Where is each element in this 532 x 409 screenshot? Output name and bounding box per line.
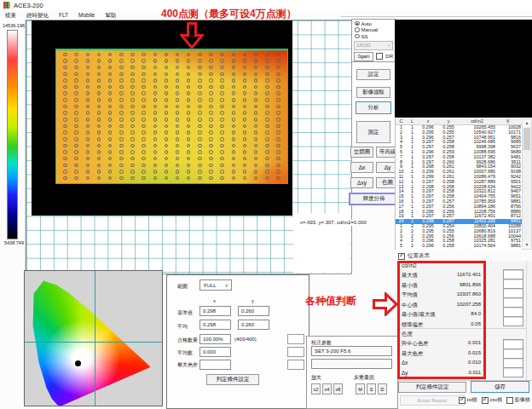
zoom-x4-button[interactable]: x4 xyxy=(322,383,332,395)
measure-point-marker xyxy=(86,137,90,141)
radio-icon[interactable] xyxy=(355,34,360,39)
measure-point-marker xyxy=(254,105,258,109)
measure-point-marker xyxy=(86,144,90,148)
measure-point-marker xyxy=(176,105,180,109)
zoom-x8-button[interactable]: x8 xyxy=(333,383,343,395)
average-x-field[interactable]: 0.298 xyxy=(200,320,231,330)
max-color-diff-field[interactable] xyxy=(200,360,231,370)
colorbar-max-label: 14536.196 xyxy=(3,23,25,28)
measurement-table[interactable]: CLxycd/m2K110.2960.25510265.45510028210.… xyxy=(395,118,523,250)
measure-point-marker xyxy=(86,98,90,102)
measure-point-marker xyxy=(165,53,169,57)
measure-point-marker xyxy=(97,59,101,63)
scroll-up-arrow[interactable]: ▲ xyxy=(523,119,531,127)
measure-point-marker xyxy=(165,130,169,135)
measure-point-marker xyxy=(243,91,247,95)
delta-x-button[interactable]: Δx xyxy=(350,162,373,173)
save-button[interactable]: 儲存 xyxy=(471,381,529,393)
menu-item[interactable]: 幫助 xyxy=(100,11,121,19)
maxdiff-criteria-box[interactable] xyxy=(287,360,304,370)
position-display-label: 位置表示 xyxy=(408,252,430,260)
delta-xy-button[interactable]: Δxy xyxy=(350,177,373,188)
cursor-status-area: x=.693. y=.307. cd/m2=0.000 xyxy=(293,213,350,273)
calibration-set-field[interactable]: SET 3-200 F5.6 xyxy=(311,346,392,356)
measure-point-marker xyxy=(86,72,90,77)
measure-point-marker xyxy=(254,164,258,168)
measure-point-marker xyxy=(243,170,247,174)
measure-point-marker xyxy=(276,78,280,83)
menu-item[interactable]: FLT xyxy=(54,11,73,19)
reference-y-field[interactable]: 0.260 xyxy=(238,306,269,316)
calibration-extra-field[interactable] xyxy=(311,359,392,369)
measure-point-marker xyxy=(243,124,247,129)
multi-S-button[interactable]: S xyxy=(367,383,376,395)
multi-M-button[interactable]: M xyxy=(356,383,365,395)
pass-criteria-box[interactable] xyxy=(287,334,304,344)
measure-point-marker xyxy=(198,66,202,70)
export-check-影像檔[interactable]: 影像檔 xyxy=(506,396,530,404)
average-number-field[interactable]: 0.000 xyxy=(200,347,231,357)
zoom-x2-button[interactable]: x2 xyxy=(311,383,321,395)
checkbox-icon[interactable] xyxy=(506,397,513,404)
criteria-input-box[interactable] xyxy=(503,316,523,326)
measure-point-marker xyxy=(130,66,135,70)
criteria-input-box[interactable] xyxy=(503,367,523,377)
measure-point-marker xyxy=(232,170,236,174)
gain-button[interactable]: 0gain xyxy=(354,52,373,61)
image-capture-button[interactable]: 影像擷取 xyxy=(356,87,390,98)
menu-item[interactable]: Mobile xyxy=(73,11,100,19)
measure-point-marker xyxy=(176,91,180,95)
measure-point-marker xyxy=(176,85,180,89)
measure-point-marker xyxy=(165,164,169,168)
table-row[interactable]: 520.2960.25810174.5649881 xyxy=(396,244,523,249)
solid-view-button[interactable]: 立體圖 xyxy=(350,147,373,158)
table-header-cell: cd/m2 xyxy=(459,118,495,124)
average-y-field[interactable]: 0.260 xyxy=(238,320,269,330)
measure-point-marker xyxy=(254,53,258,57)
measure-point-marker xyxy=(276,59,280,63)
measure-point-marker xyxy=(74,164,78,168)
measure-point-marker xyxy=(142,176,146,181)
mode-radio-manual[interactable]: Manual xyxy=(355,27,395,32)
measure-point-marker xyxy=(142,53,146,57)
radio-icon[interactable] xyxy=(355,27,360,32)
measure-point-marker xyxy=(119,85,124,89)
measure-point-marker xyxy=(254,66,258,70)
measure-button[interactable]: 測定 xyxy=(356,121,390,143)
settings-button[interactable]: 設定 xyxy=(356,69,390,80)
measure-point-marker xyxy=(108,157,113,161)
checkbox-icon[interactable] xyxy=(482,397,489,404)
excel-report-button[interactable]: Excel Report xyxy=(400,395,465,406)
multi-D-button[interactable]: D xyxy=(378,383,387,395)
checkbox-icon[interactable] xyxy=(459,397,466,404)
table-scrollbar[interactable]: ▲ ▼ xyxy=(522,118,532,250)
reference-x-field[interactable]: 0.298 xyxy=(200,306,231,316)
luminance-distribution-button[interactable]: 輝度分佈 xyxy=(349,193,399,205)
scroll-down-arrow[interactable]: ▼ xyxy=(523,241,531,249)
measure-point-marker xyxy=(209,91,213,95)
mode-radio-ss[interactable]: SS xyxy=(355,34,395,39)
menu-item[interactable]: 經時變化 xyxy=(21,11,54,19)
range-select[interactable]: FULL xyxy=(200,279,232,291)
position-display-checkbox[interactable] xyxy=(398,253,405,260)
position-display-check[interactable]: 位置表示 xyxy=(398,252,430,260)
shutter-select[interactable]: 1/8192 xyxy=(354,41,393,50)
measure-point-marker xyxy=(254,176,258,181)
avg-criteria-box[interactable] xyxy=(287,347,304,357)
judge-condition-button-2[interactable]: 判定條件設定 xyxy=(206,374,259,385)
measure-point-marker xyxy=(63,85,67,89)
measure-point-marker xyxy=(198,124,202,129)
pass-count-field[interactable]: 100.00% xyxy=(200,334,231,344)
export-check-txt檔[interactable]: txt檔 xyxy=(459,396,477,404)
scroll-thumb[interactable] xyxy=(523,128,530,150)
menu-item[interactable]: 檔案 xyxy=(0,11,21,19)
dr-checkbox[interactable] xyxy=(376,53,383,60)
luminance-thermal-image[interactable] xyxy=(55,49,288,184)
radio-icon[interactable] xyxy=(355,21,360,26)
judge-condition-button[interactable]: 判定條件設定 xyxy=(398,382,466,393)
export-check-csv檔[interactable]: csv檔 xyxy=(482,396,503,404)
measure-point-marker xyxy=(176,118,180,122)
mode-radio-auto[interactable]: Auto xyxy=(355,21,395,26)
measure-point-marker xyxy=(265,130,269,135)
analyze-button[interactable]: 分析 xyxy=(356,101,391,114)
